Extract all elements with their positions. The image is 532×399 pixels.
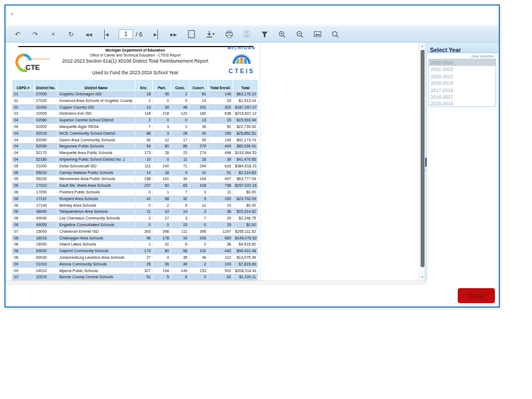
- table-row: 0617110Rudyard Area Schools4168329150$23…: [12, 196, 258, 202]
- table-cell: 28: [153, 150, 171, 156]
- year-option[interactable]: 2016-2017: [429, 94, 495, 100]
- year-listbox[interactable]: 2022-20232021-20222020-20212018-20192017…: [428, 59, 496, 107]
- table-cell: 15: [208, 222, 233, 228]
- table-cell: $384,518.23: [233, 163, 258, 170]
- table-cell: 17090: [34, 189, 58, 196]
- table-cell: $1,230.11: [233, 274, 258, 280]
- table-cell: 27: [135, 254, 153, 261]
- table-cell: 96: [135, 235, 153, 242]
- table-cell: 1297: [208, 228, 233, 235]
- table-cell: 28: [171, 130, 190, 137]
- table-cell: 12: [190, 202, 208, 209]
- table-cell: 49055: [34, 222, 58, 228]
- year-option[interactable]: 2021-2022: [429, 66, 495, 73]
- pdf-page: Michigan Department of Education Office …: [10, 43, 260, 280]
- table-cell: 7: [171, 189, 190, 196]
- table-cell: $208,214.41: [233, 268, 258, 274]
- year-option[interactable]: 2015-2016: [429, 100, 495, 107]
- nav-forward-icon[interactable]: ↷: [30, 29, 41, 39]
- fast-backward-icon[interactable]: ◂◂: [83, 29, 94, 39]
- table-cell: 52015: [34, 130, 58, 137]
- year-option[interactable]: 2017-2018: [429, 87, 495, 94]
- download-caret-icon[interactable]: ▾: [212, 32, 218, 37]
- table-cell: 3: [171, 215, 190, 222]
- table-cell: Rudyard Area Schools: [58, 196, 135, 202]
- column-header: Total Enroll.: [208, 80, 233, 91]
- table-row: 0322000Dickinson-Iron ISD118218122180638…: [12, 110, 258, 117]
- fast-forward-icon[interactable]: ▸▸: [168, 29, 179, 39]
- viewer-vertical-scrollbar[interactable]: ▴ ▾: [419, 43, 424, 280]
- table-cell: 279: [190, 143, 208, 150]
- page-number-input[interactable]: [119, 29, 133, 39]
- table-cell: $187,267.07: [233, 104, 258, 111]
- table-cell: 158: [135, 176, 153, 182]
- table-cell: $80,930.41: [233, 143, 258, 150]
- cancel-icon[interactable]: ×: [48, 29, 59, 39]
- table-cell: $265,111.52: [233, 228, 258, 235]
- table-cell: 395: [190, 228, 208, 235]
- nav-back-icon[interactable]: ↶: [12, 29, 23, 39]
- table-cell: 80: [153, 143, 171, 150]
- table-cell: 202: [190, 104, 208, 111]
- viewer-bottom-strip: [6, 280, 427, 285]
- single-page-view-icon[interactable]: [186, 29, 197, 39]
- table-cell: $10,314.62: [233, 208, 258, 215]
- svg-text:CTE: CTE: [25, 63, 40, 71]
- table-cell: 52040: [34, 137, 58, 144]
- year-option[interactable]: 2020-2021: [429, 73, 495, 80]
- table-cell: Gwinn Area Community Schools: [58, 137, 135, 144]
- table-cell: 35: [171, 254, 190, 261]
- zoom-out-icon[interactable]: [294, 29, 305, 39]
- table-cell: $7,815.69: [233, 261, 258, 268]
- table-cell: 04: [12, 130, 34, 137]
- table-cell: 93: [171, 235, 190, 242]
- close-button[interactable]: Close: [458, 288, 495, 303]
- table-cell: Ironwood Area Schools of Gogebic County: [58, 98, 135, 104]
- table-cell: $42,173.74: [233, 137, 258, 144]
- table-cell: 14: [171, 208, 190, 215]
- year-option[interactable]: 2018-2019: [429, 80, 495, 86]
- table-cell: $63,176.10: [233, 91, 258, 98]
- scrollbar-thumb[interactable]: [421, 50, 424, 267]
- column-header: CEPD #: [12, 80, 34, 91]
- next-page-icon[interactable]: ▸: [150, 29, 161, 39]
- splitter-arrow-icon[interactable]: ▸: [424, 169, 426, 172]
- table-cell: 3: [190, 208, 208, 215]
- table-cell: 27000: [34, 91, 58, 98]
- table-cell: 30: [135, 137, 153, 144]
- table-cell: $0.00: [233, 189, 258, 196]
- table-cell: 04: [12, 143, 34, 150]
- fit-view-icon[interactable]: [312, 29, 323, 39]
- pdf-viewer-area: Michigan Department of Education Office …: [6, 43, 424, 280]
- year-option[interactable]: 2022-2023: [429, 59, 495, 66]
- table-cell: 36: [153, 261, 171, 268]
- table-cell: 442: [208, 248, 233, 254]
- scrollbar-down-icon[interactable]: ▾: [420, 274, 424, 280]
- print-icon[interactable]: [223, 29, 234, 39]
- table-cell: 08: [12, 248, 34, 254]
- table-cell: 81: [190, 91, 208, 98]
- table-row: 0452015NICE Community School District883…: [12, 130, 258, 137]
- table-cell: 41: [135, 196, 153, 202]
- dialog-close-icon[interactable]: ×: [10, 11, 13, 17]
- table-cell: 111: [171, 228, 190, 235]
- search-icon[interactable]: [330, 29, 341, 39]
- table-cell: 16050: [34, 241, 58, 248]
- table-cell: 0: [171, 117, 190, 124]
- splitter-handle[interactable]: [425, 158, 427, 167]
- table-cell: 17: [153, 215, 171, 222]
- select-year-panel: Select Year clear selection 2022-2023202…: [427, 43, 499, 280]
- table-cell: 17010: [34, 182, 58, 189]
- table-cell: 0: [153, 222, 171, 228]
- table-cell: 146: [208, 91, 233, 98]
- report-table: CEPD #District No.District NameEnr.Part.…: [12, 79, 258, 280]
- table-cell: 141: [153, 176, 171, 182]
- column-header: Conc.: [171, 80, 190, 91]
- prev-page-icon[interactable]: ◂: [101, 29, 112, 39]
- scrollbar-up-icon[interactable]: ▴: [420, 43, 424, 49]
- table-cell: 16015: [34, 235, 58, 242]
- refresh-icon[interactable]: ↻: [65, 29, 76, 39]
- zoom-in-icon[interactable]: [277, 29, 288, 39]
- table-cell: Cheboygan Area Schools: [58, 235, 135, 242]
- filter-icon[interactable]: [259, 29, 270, 39]
